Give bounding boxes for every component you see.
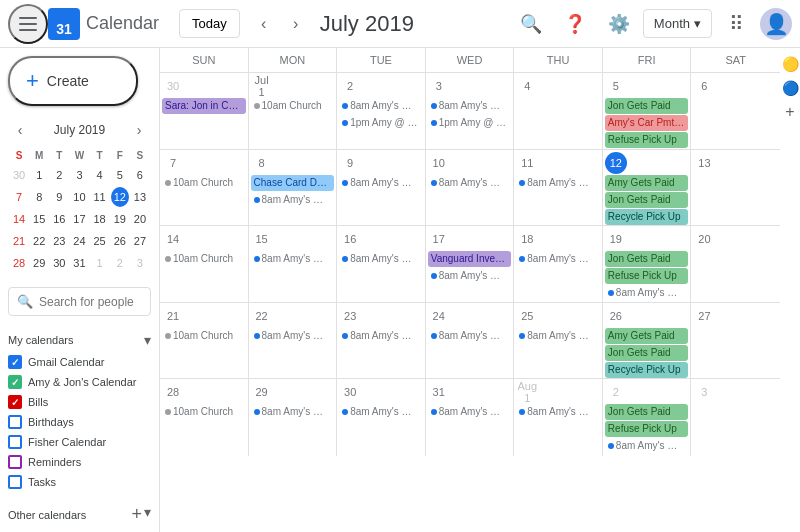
calendar-event[interactable]: 8am Amy's @ RWD: [516, 404, 600, 420]
calendar-event[interactable]: 1pm Amy @ Vintag: [339, 115, 423, 131]
calendar-event[interactable]: 8am Amy's @ RWD: [339, 328, 423, 344]
mini-cal-day[interactable]: 15: [30, 209, 48, 229]
menu-button[interactable]: [8, 4, 48, 44]
calendar-cell[interactable]: 26Amy Gets PaidJon Gets PaidRecycle Pick…: [603, 303, 692, 379]
mini-cal-day[interactable]: 29: [30, 253, 48, 273]
calendar-cell[interactable]: 13: [691, 150, 780, 226]
mini-cal-day[interactable]: 30: [50, 253, 68, 273]
mini-cal-day[interactable]: 5: [111, 165, 129, 185]
mini-cal-day[interactable]: 28: [10, 253, 28, 273]
mini-cal-day[interactable]: 2: [50, 165, 68, 185]
mini-cal-day[interactable]: 3: [70, 165, 88, 185]
calendar-event[interactable]: 8am Amy's @ RWD: [516, 328, 600, 344]
calendar-event[interactable]: Refuse Pick Up: [605, 132, 689, 148]
calendar-event[interactable]: Recycle Pick Up: [605, 209, 689, 225]
calendar-cell[interactable]: 2810am Church: [160, 379, 249, 456]
mini-cal-day[interactable]: 14: [10, 209, 28, 229]
my-calendars-header[interactable]: My calendars ▾: [8, 328, 151, 352]
calendar-cell[interactable]: 3: [691, 379, 780, 456]
calendar-checkbox[interactable]: [8, 455, 22, 469]
calendar-event[interactable]: Jon Gets Paid: [605, 345, 689, 361]
mini-cal-day[interactable]: 4: [91, 165, 109, 185]
mini-cal-day[interactable]: 8: [30, 187, 48, 207]
mini-next-button[interactable]: ›: [127, 118, 151, 142]
calendar-checkbox[interactable]: [8, 475, 22, 489]
calendar-event[interactable]: Amy's Car Pmt Due: [605, 115, 689, 131]
calendar-cell[interactable]: 188am Amy's @ RWD: [514, 226, 603, 302]
calendar-cell[interactable]: 12Amy Gets PaidJon Gets PaidRecycle Pick…: [603, 150, 692, 226]
calendar-event[interactable]: 8am Amy's @ RWD: [339, 404, 423, 420]
calendar-cell[interactable]: 710am Church: [160, 150, 249, 226]
calendar-event[interactable]: Chase Card Due Sick: [251, 175, 335, 191]
calendar-event[interactable]: 10am Church: [162, 175, 246, 191]
mini-cal-day[interactable]: 21: [10, 231, 28, 251]
other-calendars-add[interactable]: +: [131, 504, 142, 525]
calendar-cell[interactable]: 5Jon Gets PaidAmy's Car Pmt DueRefuse Pi…: [603, 73, 692, 149]
calendar-checkbox[interactable]: [8, 375, 22, 389]
mini-cal-day[interactable]: 19: [111, 209, 129, 229]
calendar-event[interactable]: 8am Amy's @ RWD: [516, 251, 600, 267]
search-button[interactable]: 🔍: [511, 4, 551, 44]
calendar-cell[interactable]: 20: [691, 226, 780, 302]
mini-prev-button[interactable]: ‹: [8, 118, 32, 142]
mini-cal-day[interactable]: 31: [70, 253, 88, 273]
calendar-event[interactable]: 8am Amy's @ RWD: [251, 192, 335, 208]
calendar-event[interactable]: 8am Amy's @ RWD: [251, 404, 335, 420]
calendar-cell[interactable]: 318am Amy's @ RWD: [426, 379, 515, 456]
mini-cal-day[interactable]: 27: [131, 231, 149, 251]
calendar-checkbox[interactable]: [8, 395, 22, 409]
calendar-event[interactable]: 8am Amy's @ RWD: [428, 98, 512, 114]
today-button[interactable]: Today: [179, 9, 240, 38]
calendar-event[interactable]: 8am Amy's @ RWD: [428, 268, 512, 284]
calendar-event[interactable]: Recycle Pick Up: [605, 362, 689, 378]
calendar-cell[interactable]: 19Jon Gets PaidRefuse Pick Up8am Amy's @…: [603, 226, 692, 302]
calendar-checkbox[interactable]: [8, 355, 22, 369]
calendar-event[interactable]: 8am Amy's @ RWD: [428, 404, 512, 420]
calendar-event[interactable]: 10am Church: [162, 404, 246, 420]
mini-cal-day[interactable]: 2: [111, 253, 129, 273]
mini-cal-day[interactable]: 24: [70, 231, 88, 251]
search-people-container[interactable]: 🔍: [8, 287, 151, 316]
my-calendar-item[interactable]: Fisher Calendar: [8, 432, 151, 452]
calendar-cell[interactable]: 158am Amy's @ RWD: [249, 226, 338, 302]
mini-cal-day[interactable]: 1: [91, 253, 109, 273]
calendar-event[interactable]: Jon Gets Paid: [605, 98, 689, 114]
calendar-cell[interactable]: Jul 110am Church: [249, 73, 338, 149]
calendar-cell[interactable]: 2110am Church: [160, 303, 249, 379]
calendar-cell[interactable]: 17Vanguard Investment8am Amy's @ RWD: [426, 226, 515, 302]
calendar-event[interactable]: 8am Amy's @ RWD: [428, 328, 512, 344]
calendar-event[interactable]: Refuse Pick Up: [605, 421, 689, 437]
calendar-cell[interactable]: 6: [691, 73, 780, 149]
calendar-cell[interactable]: 8Chase Card Due Sick8am Amy's @ RWD: [249, 150, 338, 226]
calendar-event[interactable]: 8am Amy's @ RWD: [251, 328, 335, 344]
mini-cal-day[interactable]: 12: [111, 187, 129, 207]
mini-cal-day[interactable]: 22: [30, 231, 48, 251]
my-calendars-collapse[interactable]: ▾: [144, 332, 151, 348]
mini-cal-day[interactable]: 13: [131, 187, 149, 207]
calendar-event[interactable]: Jon Gets Paid: [605, 192, 689, 208]
calendar-cell[interactable]: 108am Amy's @ RWD: [426, 150, 515, 226]
calendar-event[interactable]: Refuse Pick Up: [605, 268, 689, 284]
calendar-event[interactable]: 10am Church: [162, 328, 246, 344]
settings-button[interactable]: ⚙️: [599, 4, 639, 44]
calendar-cell[interactable]: 258am Amy's @ RWD: [514, 303, 603, 379]
calendar-event[interactable]: 1pm Amy @ Vintag: [428, 115, 512, 131]
mini-cal-day[interactable]: 6: [131, 165, 149, 185]
create-button[interactable]: + Create: [8, 56, 138, 106]
mini-cal-day[interactable]: 9: [50, 187, 68, 207]
calendar-cell[interactable]: 2Jon Gets PaidRefuse Pick Up8am Amy's @ …: [603, 379, 692, 456]
calendar-event[interactable]: 10am Church: [162, 251, 246, 267]
my-calendar-item[interactable]: Amy & Jon's Calendar: [8, 372, 151, 392]
calendar-event[interactable]: Amy Gets Paid: [605, 328, 689, 344]
mini-cal-day[interactable]: 10: [70, 187, 88, 207]
calendar-event[interactable]: Jon Gets Paid: [605, 251, 689, 267]
my-calendar-item[interactable]: Gmail Calendar: [8, 352, 151, 372]
calendar-event[interactable]: Jon Gets Paid: [605, 404, 689, 420]
calendar-cell[interactable]: 118am Amy's @ RWD: [514, 150, 603, 226]
calendar-cell[interactable]: Aug 18am Amy's @ RWD: [514, 379, 603, 456]
mini-cal-day[interactable]: 11: [91, 187, 109, 207]
calendar-cell[interactable]: 27: [691, 303, 780, 379]
mini-cal-day[interactable]: 25: [91, 231, 109, 251]
strip-icon-add[interactable]: +: [782, 104, 798, 120]
other-calendars-header[interactable]: Other calendars + ▾: [8, 500, 151, 529]
